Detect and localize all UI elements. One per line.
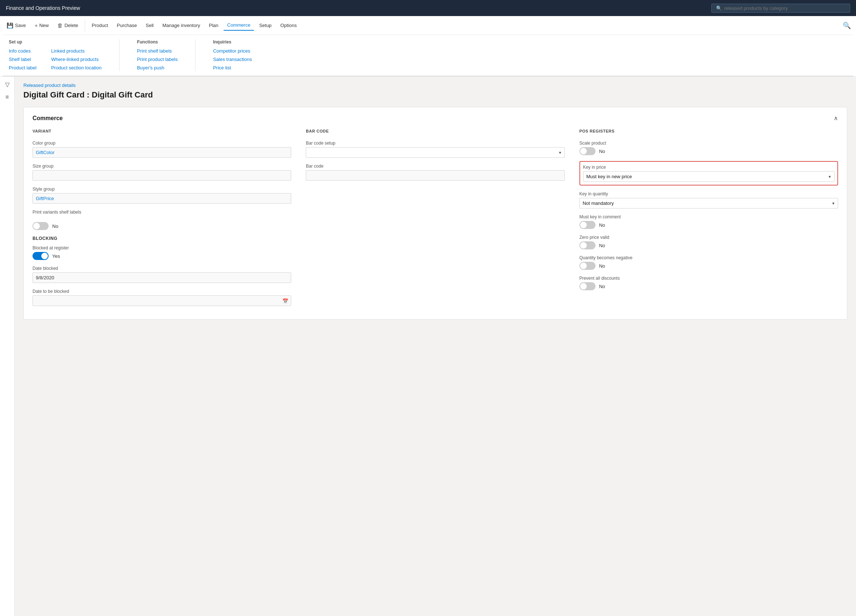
- prevent-all-discounts-toggle-group: No: [579, 282, 838, 290]
- filter-icon[interactable]: ▽: [5, 81, 9, 88]
- prevent-all-discounts-value: No: [599, 284, 605, 289]
- menu-item-where-linked-products[interactable]: Where-linked products: [51, 56, 102, 63]
- menu-item-price-list[interactable]: Price list: [213, 64, 252, 71]
- bar-code-input[interactable]: [306, 170, 565, 181]
- commerce-button[interactable]: Commerce: [223, 20, 254, 31]
- section-title: Commerce: [32, 115, 63, 121]
- ribbon-toolbar: 💾 Save + New 🗑 Delete Product Purchase S…: [3, 16, 853, 35]
- section-header: Commerce ∧: [32, 115, 838, 121]
- print-variants-toggle[interactable]: [32, 222, 49, 230]
- menu-item-linked-products[interactable]: Linked products: [51, 48, 102, 54]
- style-group-input[interactable]: [32, 193, 291, 204]
- color-group-input[interactable]: [32, 147, 291, 158]
- scale-product-label: Scale product: [579, 141, 838, 146]
- quantity-becomes-negative-value: No: [599, 263, 605, 269]
- prevent-all-discounts-label: Prevent all discounts: [579, 276, 838, 281]
- bar-code-setup-label: Bar code setup: [306, 141, 565, 146]
- scale-product-toggle[interactable]: [579, 147, 596, 155]
- bar-code-setup-select[interactable]: [306, 147, 565, 158]
- key-in-quantity-label: Key in quantity: [579, 191, 838, 197]
- search-bar[interactable]: 🔍: [711, 4, 850, 13]
- bar-code-setup-wrapper: [306, 147, 565, 158]
- zero-price-valid-toggle[interactable]: [579, 241, 596, 249]
- zero-price-valid-field: Zero price valid No: [579, 235, 838, 249]
- delete-button[interactable]: 🗑 Delete: [54, 20, 82, 31]
- must-key-in-comment-label: Must key in comment: [579, 214, 838, 220]
- size-group-field: Size group: [32, 164, 291, 181]
- prevent-all-discounts-toggle[interactable]: [579, 282, 596, 290]
- blocking-header: BLOCKING: [32, 236, 291, 241]
- options-button[interactable]: Options: [277, 20, 300, 30]
- menu-item-print-product-labels[interactable]: Print product labels: [137, 56, 177, 63]
- key-in-price-label: Key in price: [583, 165, 834, 170]
- product-button[interactable]: Product: [88, 20, 112, 30]
- menu-item-info-codes[interactable]: Info codes: [9, 48, 37, 54]
- app-title: Finance and Operations Preview: [6, 5, 80, 11]
- must-key-in-comment-toggle-group: No: [579, 221, 838, 229]
- quantity-becomes-negative-toggle-group: No: [579, 262, 838, 270]
- date-blocked-field: Date blocked: [32, 266, 291, 283]
- new-icon: +: [35, 22, 38, 29]
- must-key-in-comment-toggle[interactable]: [579, 221, 596, 229]
- inquiries-section-title: Inquiries: [213, 40, 252, 45]
- plan-button[interactable]: Plan: [205, 20, 222, 30]
- size-group-label: Size group: [32, 164, 291, 169]
- separator-1: [85, 20, 85, 31]
- menu-item-buyers-push[interactable]: Buyer's push: [137, 64, 177, 71]
- top-bar: Finance and Operations Preview 🔍: [0, 0, 856, 16]
- blocked-at-register-value: Yes: [52, 253, 60, 259]
- menu-icon[interactable]: ≡: [6, 94, 9, 100]
- size-group-input[interactable]: [32, 170, 291, 181]
- key-in-price-highlighted: Key in price Must key in new price Not a…: [579, 161, 838, 186]
- page-area: ▽ ≡ Released product details Digital Gif…: [0, 77, 856, 616]
- scale-product-toggle-group: No: [579, 147, 838, 155]
- inquiries-section: Inquiries Competitor prices Sales transa…: [213, 40, 252, 71]
- save-button[interactable]: 💾 Save: [3, 20, 29, 31]
- sell-button[interactable]: Sell: [142, 20, 157, 30]
- purchase-button[interactable]: Purchase: [113, 20, 141, 30]
- date-to-be-blocked-input[interactable]: [32, 295, 291, 306]
- main-content: Released product details Digital Gift Ca…: [15, 77, 856, 616]
- sidebar: ▽ ≡: [0, 77, 15, 616]
- new-button[interactable]: + New: [31, 20, 52, 31]
- date-to-be-blocked-label: Date to be blocked: [32, 289, 291, 294]
- delete-icon: 🗑: [57, 22, 63, 29]
- style-group-field: Style group: [32, 187, 291, 204]
- collapse-button[interactable]: ∧: [834, 115, 838, 121]
- pos-header: POS REGISTERS: [579, 129, 838, 135]
- menu-item-competitor-prices[interactable]: Competitor prices: [213, 48, 252, 54]
- key-in-price-select[interactable]: Must key in new price Not allowed Not ma…: [583, 171, 834, 182]
- prevent-all-discounts-field: Prevent all discounts No: [579, 276, 838, 290]
- form-columns: VARIANT Color group Size group Style gro…: [32, 129, 838, 312]
- menu-item-print-shelf-labels[interactable]: Print shelf labels: [137, 48, 177, 54]
- zero-price-valid-toggle-group: No: [579, 241, 838, 249]
- page-title: Digital Gift Card : Digital Gift Card: [23, 90, 847, 100]
- blocked-at-register-toggle[interactable]: [32, 252, 49, 260]
- menu-item-sales-transactions[interactable]: Sales transactions: [213, 56, 252, 63]
- blocked-at-register-toggle-group: Yes: [32, 252, 291, 260]
- setup-button[interactable]: Setup: [256, 20, 275, 30]
- must-key-in-comment-field: Must key in comment No: [579, 214, 838, 229]
- menu-item-shelf-label[interactable]: Shelf label: [9, 56, 37, 63]
- search-input[interactable]: [724, 6, 845, 11]
- date-blocked-input[interactable]: [32, 272, 291, 283]
- bar-code-setup-field: Bar code setup: [306, 141, 565, 158]
- menu-divider-2: [195, 40, 196, 71]
- quantity-becomes-negative-toggle[interactable]: [579, 262, 596, 270]
- menu-item-product-label[interactable]: Product label: [9, 64, 37, 71]
- breadcrumb[interactable]: Released product details: [23, 83, 847, 88]
- ribbon-search-icon[interactable]: 🔍: [841, 19, 853, 32]
- zero-price-valid-value: No: [599, 243, 605, 248]
- date-blocked-label: Date blocked: [32, 266, 291, 271]
- menu-item-product-section-location[interactable]: Product section location: [51, 64, 102, 71]
- key-in-quantity-select[interactable]: Not mandatory Mandatory: [579, 198, 838, 209]
- manage-inventory-button[interactable]: Manage inventory: [159, 20, 203, 30]
- variant-header: VARIANT: [32, 129, 291, 135]
- key-in-price-wrapper: Must key in new price Not allowed Not ma…: [583, 171, 834, 182]
- search-icon: 🔍: [716, 6, 722, 11]
- print-variants-toggle-row: No: [32, 222, 291, 230]
- bar-code-field: Bar code: [306, 164, 565, 181]
- zero-price-valid-label: Zero price valid: [579, 235, 838, 240]
- variant-column: VARIANT Color group Size group Style gro…: [32, 129, 291, 312]
- commerce-section-card: Commerce ∧ VARIANT Color group Size grou…: [23, 107, 847, 320]
